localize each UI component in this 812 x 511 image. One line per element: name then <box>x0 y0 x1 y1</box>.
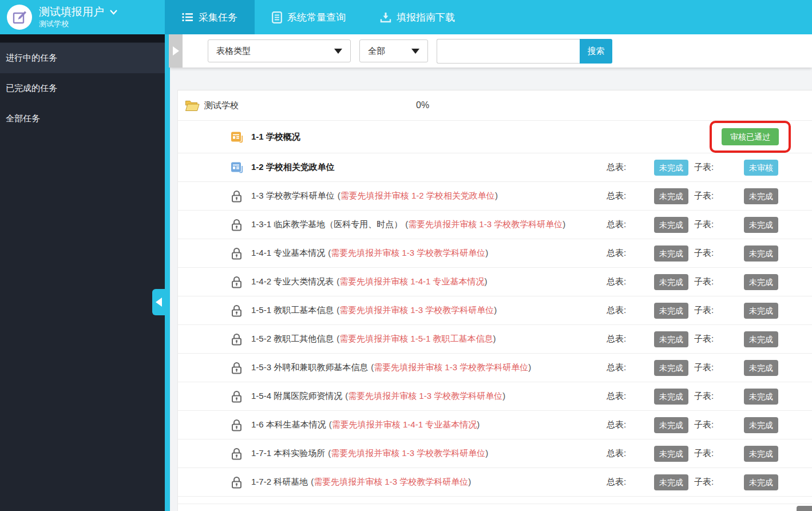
sidebar-item-all-tasks[interactable]: 全部任务 <box>0 104 165 134</box>
task-row[interactable]: 1-6 本科生基本情况 (需要先填报并审核 1-4-1 专业基本情况) 总表:未… <box>178 411 812 439</box>
lock-icon <box>231 189 245 203</box>
status-area: 总表:未完成子表:未完成 <box>607 188 812 204</box>
tab-label: 采集任务 <box>199 11 237 24</box>
panel-expand-handle[interactable] <box>169 34 183 68</box>
sub-table-label: 子表: <box>694 162 744 173</box>
status-badge: 未完成 <box>744 217 778 233</box>
search-input[interactable] <box>437 39 580 64</box>
task-row[interactable]: 1-5-1 教职工基本信息 (需要先填报并审核 1-3 学校教学科研单位) 总表… <box>178 296 812 325</box>
task-title: 1-5-2 教职工其他信息 <box>251 334 334 344</box>
chevron-down-icon <box>109 9 118 15</box>
status-badge: 未完成 <box>654 188 688 204</box>
form-icon-orange <box>231 130 245 144</box>
status-badge: 未完成 <box>654 160 688 176</box>
task-row[interactable]: 1-2 学校相关党政单位 总表:未完成子表:未审核 <box>178 153 812 182</box>
task-title: 1-1 学校概况 <box>251 132 300 142</box>
task-row[interactable]: 1-5-4 附属医院师资情况 (需要先填报并审核 1-3 学校教学科研单位) 总… <box>178 382 812 411</box>
status-badge: 未完成 <box>744 417 778 433</box>
sub-table-label: 子表: <box>694 191 744 201</box>
status-badge: 未完成 <box>744 188 778 204</box>
main-nav: 采集任务 系统常量查询 填报指南下载 <box>165 0 472 34</box>
tab-system-constants[interactable]: 系统常量查询 <box>255 0 363 34</box>
task-dependency-note: (需要先填报并审核 1-3 学校教学科研单位) <box>405 219 565 230</box>
task-row[interactable]: 1-5-2 教职工其他信息 (需要先填报并审核 1-5-1 教职工基本信息) 总… <box>178 325 812 354</box>
status-badge: 审核已通过 <box>722 128 779 145</box>
lock-icon <box>231 218 245 232</box>
sub-table-label: 子表: <box>694 391 744 402</box>
task-title: 1-5-3 外聘和兼职教师基本信息 <box>251 362 368 373</box>
sidebar: 进行中的任务 已完成的任务 全部任务 <box>0 34 165 511</box>
task-row[interactable]: 1-4-1 专业基本情况 (需要先填报并审核 1-3 学校教学科研单位) 总表:… <box>178 239 812 268</box>
status-area: 总表:未完成子表:未完成 <box>607 389 812 405</box>
edit-pencil-icon <box>12 10 27 25</box>
task-title: 1-5-1 教职工基本信息 <box>251 305 334 316</box>
sidebar-item-in-progress-tasks[interactable]: 进行中的任务 <box>0 43 165 73</box>
task-row[interactable]: 1-7-1 本科实验场所 (需要先填报并审核 1-3 学校教学科研单位) 总表:… <box>178 439 812 468</box>
task-row[interactable]: 1-3 学校教学科研单位 (需要先填报并审核 1-2 学校相关党政单位) 总表:… <box>178 182 812 211</box>
status-area: 总表:未完成子表:未完成 <box>607 245 812 262</box>
status-area: 总表:未完成子表:未完成 <box>607 331 812 347</box>
task-title: 1-3-1 临床教学基地（医科专用、时点） <box>251 219 402 230</box>
task-row[interactable]: 1-4-2 专业大类情况表 (需要先填报并审核 1-4-1 专业基本情况) 总表… <box>178 268 812 296</box>
form-icon-blue <box>231 161 245 174</box>
school-group-row[interactable]: 测试学校 0% <box>178 90 812 121</box>
status-filter-select[interactable]: 全部 <box>359 39 428 62</box>
task-row[interactable]: 1-5-3 外聘和兼职教师基本信息 (需要先填报并审核 1-3 学校教学科研单位… <box>178 354 812 382</box>
task-dependency-note: (需要先填报并审核 1-3 学校教学科研单位) <box>328 448 488 459</box>
user-name: 测试填报用户 <box>39 6 104 18</box>
main-table-label: 总表: <box>607 305 654 316</box>
filter-toolbar: 表格类型 全部 搜索 <box>170 34 812 68</box>
sub-table-label: 子表: <box>694 419 744 430</box>
task-row[interactable]: 1-7-2 科研基地 (需要先填报并审核 1-3 学校教学科研单位) 总表:未完… <box>178 468 812 497</box>
main-table-label: 总表: <box>607 191 654 201</box>
status-badge: 未审核 <box>744 160 778 176</box>
task-title: 1-6 本科生基本情况 <box>251 419 326 430</box>
task-list-panel: 测试学校 0% 1-1 学校概况 审核已通过 1-2 学校相关党政单位 总表:未… <box>177 90 812 511</box>
main-table-label: 总表: <box>607 477 654 488</box>
status-badge: 未完成 <box>744 360 778 376</box>
table-type-select[interactable]: 表格类型 <box>208 39 351 62</box>
group-name: 测试学校 <box>204 100 239 111</box>
task-row[interactable]: 1-3-1 临床教学基地（医科专用、时点） (需要先填报并审核 1-3 学校教学… <box>178 211 812 239</box>
task-title: 1-7-1 本科实验场所 <box>251 448 325 459</box>
user-menu[interactable]: 测试填报用户 测试学校 <box>0 0 165 34</box>
status-area: 总表:未完成子表:未审核 <box>607 160 812 176</box>
sidebar-collapse-button[interactable] <box>152 289 165 315</box>
status-badge: 未完成 <box>744 303 778 319</box>
list-icon <box>182 13 193 22</box>
task-dependency-note: (需要先填报并审核 1-4-1 专业基本情况) <box>336 276 487 287</box>
lock-icon <box>231 418 245 432</box>
search-button[interactable]: 搜索 <box>580 39 612 64</box>
caret-down-icon <box>334 49 342 54</box>
sub-table-label: 子表: <box>694 362 744 373</box>
user-text: 测试填报用户 测试学校 <box>39 6 118 29</box>
arrow-left-icon <box>156 298 162 307</box>
group-progress: 0% <box>416 100 429 110</box>
status-badge: 未完成 <box>744 389 778 405</box>
sidebar-item-completed-tasks[interactable]: 已完成的任务 <box>0 73 165 104</box>
status-badge: 未完成 <box>744 446 778 462</box>
status-badge: 未完成 <box>654 389 688 405</box>
status-badge: 未完成 <box>654 217 688 233</box>
task-row[interactable]: 1-1 学校概况 审核已通过 <box>178 121 812 153</box>
tab-guide-download[interactable]: 填报指南下载 <box>363 0 472 34</box>
task-title: 1-7-2 科研基地 <box>251 477 308 488</box>
main-table-label: 总表: <box>607 334 654 344</box>
task-dependency-note: (需要先填报并审核 1-4-1 专业基本情况) <box>329 419 480 430</box>
task-title: 1-2 学校相关党政单位 <box>251 162 335 173</box>
accent-strip <box>165 34 170 511</box>
top-header: 测试填报用户 测试学校 采集任务 <box>0 0 812 34</box>
table-type-select-value: 表格类型 <box>216 46 251 57</box>
lock-icon <box>231 275 245 289</box>
lock-icon <box>231 304 245 318</box>
tab-label: 填报指南下载 <box>397 11 455 24</box>
status-badge: 未完成 <box>654 446 688 462</box>
task-dependency-note: (需要先填报并审核 1-5-1 教职工基本信息) <box>336 334 496 344</box>
sidebar-item-label: 已完成的任务 <box>6 83 57 94</box>
main-table-label: 总表: <box>607 362 654 373</box>
status-badge: 未完成 <box>654 360 688 376</box>
main-table-label: 总表: <box>607 248 654 259</box>
tab-label: 系统常量查询 <box>287 11 346 24</box>
tab-collection-tasks[interactable]: 采集任务 <box>165 0 255 34</box>
status-badge: 未完成 <box>654 245 688 262</box>
